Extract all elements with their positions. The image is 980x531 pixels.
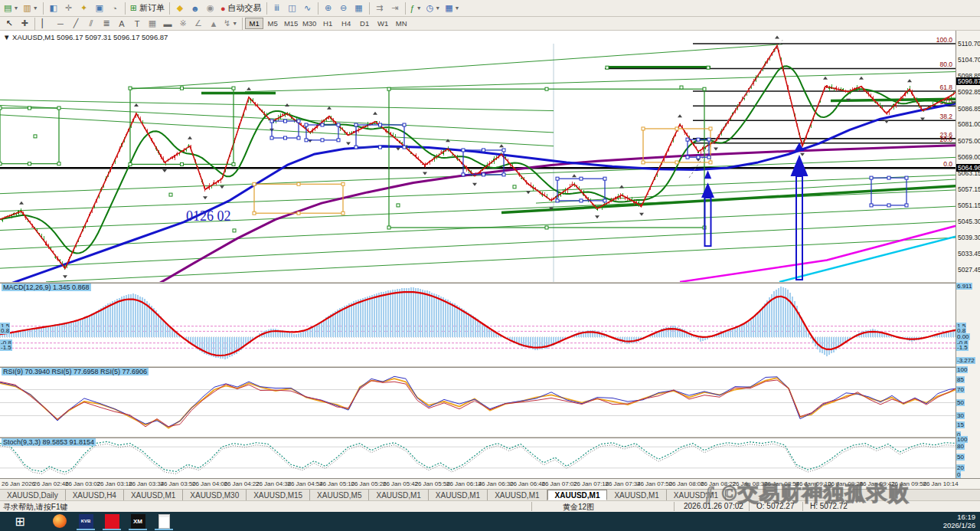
green-rectangle-handle <box>28 162 31 166</box>
trendline-tool[interactable]: ╱ <box>68 17 83 31</box>
terminal-button[interactable]: ▣ <box>92 2 107 15</box>
time-tick: 26 Jan 05:10 <box>319 480 354 487</box>
bar-chart-button[interactable]: ⅲ <box>270 2 285 15</box>
chart-tab-0[interactable]: XAUUSD,Daily <box>0 490 66 500</box>
firefox-icon[interactable] <box>49 513 70 529</box>
data-window-button[interactable]: ✛ <box>61 2 77 15</box>
chart-tab-9[interactable]: XAUUSD,M1 <box>547 490 608 500</box>
arrow-tool[interactable]: ▲ <box>206 17 221 31</box>
rectangle-tool[interactable]: ▬ <box>160 17 175 31</box>
fibonacci-tool[interactable]: ≣ <box>99 17 114 31</box>
timeframe-m30-button[interactable]: M30 <box>300 18 318 29</box>
pattern-tool[interactable]: ※ <box>175 17 191 31</box>
periods-button-dropdown: ▼ <box>435 5 440 11</box>
experts-button[interactable]: ☻ <box>188 2 203 15</box>
metaeditor-button[interactable]: ◆ <box>172 2 188 15</box>
xm-app-icon[interactable]: XM <box>127 513 149 529</box>
chart-tab-7[interactable]: XAUUSD,M1 <box>429 490 488 500</box>
chart-canvas[interactable]: 100.080.061.850.038.223.620.00.00126 02 <box>0 31 956 478</box>
taskbar-clock[interactable]: 16:192026/1/26 <box>943 513 975 529</box>
price-tick: 5075.00 <box>958 137 980 145</box>
time-tick: 26 Jan 03:02 <box>65 480 100 487</box>
blue-rectangle-handle <box>379 123 382 126</box>
cycle-tool[interactable]: ↯▼ <box>221 17 240 31</box>
fractal-arrow-icon <box>373 112 377 115</box>
green-rectangle-handle <box>387 226 390 229</box>
timeframe-h4-button[interactable]: H4 <box>337 18 355 29</box>
start-button[interactable]: ⊞ <box>9 513 31 529</box>
chart-tab-1[interactable]: XAUUSD,H4 <box>66 490 124 500</box>
blue-rectangle-handle <box>379 146 382 149</box>
indicators-button[interactable]: ƒ▼ <box>408 2 424 15</box>
timeframe-d1-button[interactable]: D1 <box>355 18 374 29</box>
fractal-arrow-icon <box>572 174 577 177</box>
chart-tab-11[interactable]: XAUUSD,M1 <box>667 490 726 500</box>
label-tool[interactable]: T <box>129 17 145 31</box>
price-tick: 5039.30 <box>958 234 980 241</box>
time-tick: 26 Jan 10:14 <box>923 480 959 487</box>
vertical-line-tool[interactable]: ▏ <box>38 17 53 31</box>
chart-region[interactable]: ▼ XAUUSD,M1 5096.17 5097.31 5096.17 5096… <box>0 31 980 478</box>
candle-chart-button[interactable]: ◫ <box>285 2 300 15</box>
blue-rectangle-handle <box>321 139 324 142</box>
strategy-tester-button[interactable]: ◔ <box>107 2 122 15</box>
zoom-out-button[interactable]: ⊖ <box>336 2 351 15</box>
chart-tab-2[interactable]: XAUUSD,M1 <box>124 490 183 500</box>
profile-name[interactable]: 黄金12图 <box>563 502 594 513</box>
market-watch-button-glyph: ◧ <box>49 3 57 13</box>
new-order-button[interactable]: ⊞新订单 <box>128 2 167 15</box>
chart-shift-button[interactable]: ⇥ <box>387 2 403 15</box>
blue-rectangle-handle <box>321 123 324 126</box>
crosshair-tool[interactable]: ✚ <box>17 17 32 31</box>
orange-rectangle-handle <box>709 127 712 130</box>
tile-windows-button[interactable]: ▦ <box>351 2 367 15</box>
chart-text-annotation: 0126 02 <box>186 208 231 224</box>
timeframe-mn-button[interactable]: MN <box>392 18 410 29</box>
panel-separator[interactable] <box>0 282 980 284</box>
time-tick: 26 Jan 06:30 <box>479 480 514 487</box>
profiles-button[interactable]: ▥▼ <box>21 2 40 15</box>
auto-scroll-button[interactable]: ⇉ <box>372 2 387 15</box>
chart-tab-8[interactable]: XAUUSD,M1 <box>488 490 547 500</box>
angle-tool[interactable]: ∠ <box>191 17 206 31</box>
chart-tab-3[interactable]: XAUUSD,M30 <box>183 490 247 500</box>
timeframe-m1-button[interactable]: M1 <box>245 18 263 29</box>
blue-rectangle-handle <box>403 123 406 126</box>
time-tick: 26 Jan 07:18 <box>573 480 609 487</box>
bar-chart-button-glyph: ⅲ <box>274 3 279 13</box>
active-app-indicator <box>129 529 147 530</box>
chart-tab-5[interactable]: XAUUSD,M5 <box>310 490 369 500</box>
grid-tool[interactable]: ▦ <box>145 17 160 31</box>
sounds-button[interactable]: ◉ <box>203 2 218 15</box>
chart-tab-4[interactable]: XAUUSD,M15 <box>247 490 310 500</box>
cursor-tool[interactable]: ↖ <box>2 17 17 31</box>
templates-button[interactable]: ▦▼ <box>443 2 462 15</box>
profiles-button-dropdown: ▼ <box>33 5 38 11</box>
chart-tab-10[interactable]: XAUUSD,M1 <box>607 490 666 500</box>
horizontal-line-tool[interactable]: ─ <box>53 17 68 31</box>
market-watch-button[interactable]: ◧ <box>46 2 61 15</box>
line-chart-button[interactable]: ∿ <box>300 2 315 15</box>
navigator-button[interactable]: ✦ <box>77 2 92 15</box>
new-chart-button[interactable]: ▤▼ <box>2 2 21 15</box>
stoch-axis-tag: 0 <box>956 471 961 478</box>
timeframe-m5-button[interactable]: M5 <box>263 18 282 29</box>
notepad-icon[interactable] <box>153 513 175 529</box>
kvb-app-icon[interactable]: KVB <box>75 513 96 529</box>
fractal-arrow-icon <box>188 136 192 139</box>
panel-separator[interactable] <box>0 437 980 438</box>
chart-tab-6[interactable]: XAUUSD,M1 <box>369 490 428 500</box>
text-tool[interactable]: A <box>114 17 129 31</box>
windows-taskbar: 16:192026/1/26 ⊞KVBXM <box>0 512 980 531</box>
zoom-in-button[interactable]: ⊕ <box>321 2 336 15</box>
red-app-icon[interactable] <box>101 513 122 529</box>
timeframe-h1-button[interactable]: H1 <box>318 18 337 29</box>
channel-tool[interactable]: ⫽ <box>83 17 99 31</box>
periods-button[interactable]: ◷▼ <box>424 2 443 15</box>
timeframe-w1-button[interactable]: W1 <box>374 18 392 29</box>
macd-left-tag: -1.5 <box>0 344 12 351</box>
timeframe-m15-button[interactable]: M15 <box>282 18 300 29</box>
blue-rectangle-handle <box>697 156 700 159</box>
blue-rectangle-handle <box>462 149 465 152</box>
auto-trading-button[interactable]: ●自动交易 <box>218 2 264 15</box>
